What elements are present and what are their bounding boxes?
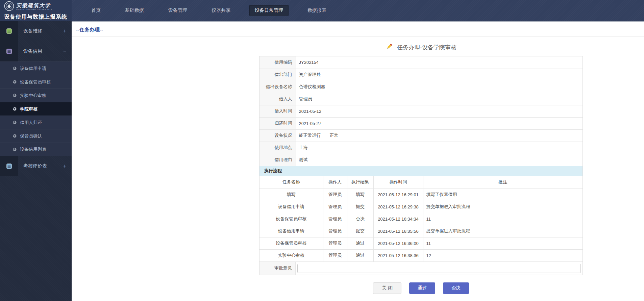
approval-opinion-label: 审批意见 bbox=[259, 262, 296, 275]
field-value: JY202154 bbox=[296, 56, 583, 69]
sidebar-item-label: 借用人归还 bbox=[20, 120, 42, 126]
operator-cell: 管理员 bbox=[323, 225, 347, 237]
form-row: 归还时间2021-05-27 bbox=[259, 117, 583, 129]
form-title-row: 任务办理-设备学院审核 bbox=[259, 43, 583, 51]
system-title: 设备使用与数据上报系统 bbox=[4, 14, 68, 21]
pencil-icon bbox=[386, 43, 393, 52]
borrow-info-table: 借用编码JY202154 借出部门资产管理处 借出设备名称色谱仪检测器 借入人管… bbox=[259, 56, 583, 166]
sidebar-item-label: 实验中心审核 bbox=[20, 93, 46, 99]
university-name: 安徽建筑大学 bbox=[16, 3, 52, 8]
field-value: 色谱仪检测器 bbox=[296, 81, 583, 93]
note-cell: 填写了仪器借用 bbox=[423, 189, 583, 201]
sidebar-item-lab-center-review[interactable]: 实验中心审核 bbox=[0, 89, 72, 102]
approval-opinion-input[interactable] bbox=[297, 264, 581, 273]
time-cell: 2021-05-12 16:38:36 bbox=[373, 249, 423, 261]
task-name-cell: 设备借用申请 bbox=[259, 201, 323, 213]
column-header: 操作人 bbox=[323, 176, 347, 189]
sidebar-section-assessment[interactable]: 考核评价表 + bbox=[0, 156, 72, 176]
form-row: 借用理由测试 bbox=[259, 154, 583, 166]
list-icon bbox=[0, 41, 18, 61]
nav-item-basic-data[interactable]: 基础数据 bbox=[120, 5, 149, 16]
form-panel: 借用编码JY202154 借出部门资产管理处 借出设备名称色谱仪检测器 借入人管… bbox=[259, 56, 583, 275]
bullet-icon bbox=[13, 80, 17, 84]
reject-button[interactable]: 否决 bbox=[443, 282, 469, 294]
sidebar: 设备维修 + 设备借用 − 设备借用申请 bbox=[0, 21, 72, 301]
nav-item-instrument-sharing[interactable]: 仪器共享 bbox=[206, 5, 236, 16]
note-cell: 11 bbox=[423, 213, 583, 225]
close-button[interactable]: 关 闭 bbox=[373, 282, 401, 294]
list-icon bbox=[0, 156, 18, 176]
task-name-cell: 实验中心审核 bbox=[259, 249, 323, 261]
field-label: 借出设备名称 bbox=[259, 81, 296, 93]
expand-plus-icon[interactable]: + bbox=[63, 163, 72, 169]
field-label: 借出部门 bbox=[259, 69, 296, 81]
task-name-cell: 填写 bbox=[259, 189, 323, 201]
approve-button[interactable]: 通过 bbox=[409, 282, 435, 294]
sidebar-item-borrower-return[interactable]: 借用人归还 bbox=[0, 116, 72, 129]
sidebar-item-label: 设备借用列表 bbox=[20, 146, 46, 152]
time-cell: 2021-05-12 16:36:00 bbox=[373, 237, 423, 249]
app-root: 安徽建筑大学 ANHUI JIANZHU UNIVERSITY 设备使用与数据上… bbox=[0, 0, 644, 301]
sidebar-item-custodian-confirm[interactable]: 保管员确认 bbox=[0, 129, 72, 143]
nav-item-equipment-management[interactable]: 设备管理 bbox=[163, 5, 193, 16]
nav-item-data-reports[interactable]: 数据报表 bbox=[302, 5, 332, 16]
sidebar-item-label: 保管员确认 bbox=[20, 133, 42, 139]
approval-opinion-row: 审批意见 bbox=[259, 261, 583, 275]
sidebar-item-college-review[interactable]: 学院审核 bbox=[0, 102, 72, 116]
operator-cell: 管理员 bbox=[323, 249, 347, 261]
task-name-cell: 设备借用申请 bbox=[259, 225, 323, 237]
field-value: 资产管理处 bbox=[296, 69, 583, 81]
form-row: 借出部门资产管理处 bbox=[259, 69, 583, 81]
collapse-minus-icon[interactable]: − bbox=[63, 48, 72, 54]
field-label: 设备状况 bbox=[259, 129, 296, 142]
column-header: 批注 bbox=[423, 176, 583, 189]
field-value: 管理员 bbox=[296, 93, 583, 105]
field-label: 借入时间 bbox=[259, 105, 296, 117]
time-cell: 2021-05-12 16:29:01 bbox=[373, 189, 423, 201]
sidebar-item-custodian-review[interactable]: 设备保管员审核 bbox=[0, 75, 72, 89]
form-row: 借出设备名称色谱仪检测器 bbox=[259, 81, 583, 93]
brand-block: 安徽建筑大学 ANHUI JIANZHU UNIVERSITY 设备使用与数据上… bbox=[0, 0, 72, 21]
result-cell: 通过 bbox=[347, 249, 373, 261]
field-label: 归还时间 bbox=[259, 117, 296, 129]
column-header: 任务名称 bbox=[259, 176, 323, 189]
field-value: 测试 bbox=[296, 154, 583, 166]
form-row: 借入时间2021-05-12 bbox=[259, 105, 583, 117]
form-row: 设备状况能正常运行 正常 bbox=[259, 129, 583, 142]
sidebar-item-label: 设备保管员审核 bbox=[20, 79, 51, 85]
process-section-header: 执行流程 bbox=[259, 166, 583, 176]
list-icon bbox=[0, 21, 18, 41]
form-row: 使用地点上海 bbox=[259, 142, 583, 154]
nav-item-daily-management[interactable]: 设备日常管理 bbox=[249, 5, 289, 16]
note-cell: 提交单据进入审批流程 bbox=[423, 201, 583, 213]
time-cell: 2021-05-12 16:34:34 bbox=[373, 213, 423, 225]
result-cell: 填写 bbox=[347, 189, 373, 201]
field-value: 2021-05-27 bbox=[296, 117, 583, 129]
sidebar-section-label: 设备借用 bbox=[18, 48, 63, 54]
university-names: 安徽建筑大学 ANHUI JIANZHU UNIVERSITY bbox=[16, 3, 52, 11]
field-value: 2021-05-12 bbox=[296, 105, 583, 117]
form-row: 借用编码JY202154 bbox=[259, 56, 583, 69]
result-cell: 提交 bbox=[347, 225, 373, 237]
main-content: --任务办理-- 任务办理-设备学院审核 bbox=[72, 21, 644, 301]
operator-cell: 管理员 bbox=[323, 237, 347, 249]
process-row: 设备借用申请 管理员 提交 2021-05-12 16:35:56 提交单据进入… bbox=[259, 225, 583, 237]
nav-item-home[interactable]: 首页 bbox=[86, 5, 106, 16]
sidebar-section-equipment-borrow[interactable]: 设备借用 − bbox=[0, 41, 72, 61]
result-cell: 通过 bbox=[347, 237, 373, 249]
bullet-icon bbox=[13, 107, 17, 111]
sidebar-item-borrow-list[interactable]: 设备借用列表 bbox=[0, 143, 72, 156]
bullet-icon bbox=[13, 67, 17, 70]
sidebar-section-label: 考核评价表 bbox=[18, 163, 63, 169]
sidebar-item-borrow-apply[interactable]: 设备借用申请 bbox=[0, 61, 72, 75]
expand-plus-icon[interactable]: + bbox=[63, 28, 72, 34]
action-buttons: 关 闭 通过 否决 bbox=[259, 282, 583, 294]
process-header-row: 任务名称 操作人 执行结果 操作时间 批注 bbox=[259, 176, 583, 189]
field-value: 能正常运行 正常 bbox=[296, 129, 583, 142]
university-seal-icon bbox=[4, 1, 14, 12]
sidebar-item-label: 设备借用申请 bbox=[20, 66, 46, 72]
operator-cell: 管理员 bbox=[323, 213, 347, 225]
sidebar-section-equipment-repair[interactable]: 设备维修 + bbox=[0, 21, 72, 41]
task-name-cell: 设备保管员审核 bbox=[259, 213, 323, 225]
field-label: 借用理由 bbox=[259, 154, 296, 166]
